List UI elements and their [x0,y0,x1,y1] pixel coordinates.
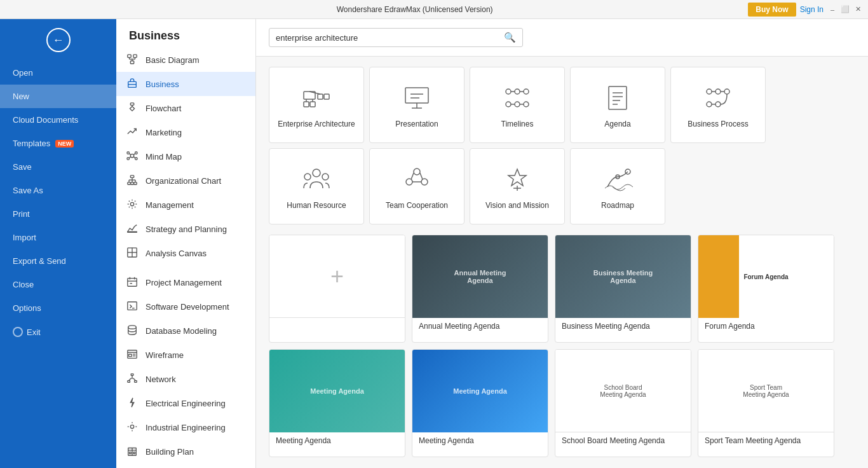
card-label [269,318,405,326]
svg-line-20 [134,157,135,158]
nav-close[interactable]: Close [0,273,116,296]
maximize-button[interactable]: ⬜ [840,4,850,15]
card-meeting-globe[interactable]: Meeting Agenda Meeting Agenda [412,349,548,457]
nav-open[interactable]: Open [0,61,116,85]
nav-label: Mind Map [146,152,182,162]
business-icon [126,78,139,90]
svg-point-42 [128,326,137,329]
app-body: ← Open New Cloud Documents Templates NEW… [0,19,868,468]
card-annual-meeting[interactable]: Annual MeetingAgenda Annual Meeting Agen… [412,235,548,343]
card-label: Business Meeting Agenda [555,318,691,334]
tile-label: Vision and Mission [480,201,554,210]
tile-icon [300,81,333,114]
nav-building[interactable]: Building Plan [116,439,255,464]
mind-map-icon [126,150,139,163]
close-button[interactable]: ✕ [853,4,863,15]
sign-in-button[interactable]: Sign In [800,5,824,14]
nav-export[interactable]: Export & Send [0,249,116,273]
database-icon [126,324,139,337]
nav-print[interactable]: Print [0,202,116,226]
nav-database[interactable]: Database Modeling [116,319,255,343]
card-label: Meeting Agenda [269,432,405,449]
card-forum-agenda[interactable]: Forum Agenda Forum Agenda [698,235,834,343]
nav-import[interactable]: Import [0,226,116,249]
template-grid-area: Enterprise Architecture Presentation [256,57,868,468]
nav-new[interactable]: New [0,85,116,108]
nav-exit[interactable]: Exit [0,320,116,344]
nav-software-dev[interactable]: Software Development [116,294,255,319]
nav-label: Wireframe [146,350,184,360]
nav-label: Analysis Canvas [146,249,207,258]
nav-industrial[interactable]: Industrial Engineering [116,415,255,439]
nav-label: Industrial Engineering [146,423,226,432]
svg-rect-50 [135,381,137,383]
nav-label: Organizational Chart [146,176,221,186]
svg-point-93 [715,102,721,107]
tile-human-resource[interactable]: Human Resource [269,148,364,224]
tile-timelines[interactable]: Timelines [470,67,565,143]
svg-point-12 [130,154,133,157]
nav-org-chart[interactable]: Organizational Chart [116,169,255,193]
nav-cloud[interactable]: Cloud Documents [0,108,116,132]
svg-rect-48 [131,374,133,376]
card-sport-team[interactable]: Sport TeamMeeting Agenda Sport Team Meet… [698,349,834,457]
card-label: School Board Meeting Agenda [555,432,691,449]
svg-point-79 [524,102,529,107]
tile-icon [400,81,433,114]
svg-rect-23 [131,182,134,185]
nav-project-mgmt[interactable]: Project Management [116,270,255,294]
nav-strategy[interactable]: Strategy and Planning [116,217,255,241]
search-input[interactable] [276,33,504,43]
svg-marker-106 [508,169,526,186]
nav-analysis[interactable]: Analysis Canvas [116,241,255,265]
card-new-blank[interactable]: + [269,235,405,343]
svg-rect-31 [128,231,137,232]
nav-templates[interactable]: Templates NEW [0,132,116,155]
buy-now-button[interactable]: Buy Now [748,3,796,17]
industrial-icon [126,421,139,434]
card-label: Forum Agenda [698,318,834,334]
card-school-board[interactable]: School BoardMeeting Agenda School Board … [555,349,691,457]
strategy-icon [126,223,139,235]
nav-management[interactable]: Management [116,193,255,217]
titlebar: Wondershare EdrawMax (Unlicensed Version… [0,0,868,19]
nav-options[interactable]: Options [0,296,116,320]
tile-team-cooperation[interactable]: Team Cooperation [369,148,465,224]
card-business-meeting[interactable]: Business MeetingAgenda Business Meeting … [555,235,691,343]
card-thumbnail: Meeting Agenda [412,350,548,432]
nav-network[interactable]: Network [116,367,255,391]
back-button[interactable]: ← [46,28,71,52]
nav-save[interactable]: Save [0,155,116,179]
nav-marketing[interactable]: Marketing [116,120,255,144]
nav-business[interactable]: Business [116,72,255,96]
nav-label: Basic Diagram [146,55,200,65]
nav-mind-map[interactable]: Mind Map [116,144,255,169]
nav-save-as[interactable]: Save As [0,179,116,202]
card-thumbnail: Annual MeetingAgenda [412,235,548,318]
svg-rect-49 [128,381,130,383]
tile-roadmap[interactable]: Roadmap [570,148,665,224]
middle-nav: Business Basic Diagram Business [116,19,256,468]
nav-flowchart[interactable]: Flowchart [116,96,255,120]
tile-icon [702,81,735,114]
building-icon [126,445,139,458]
tile-vision-mission[interactable]: Vision and Mission [470,148,565,224]
nav-basic-diagram[interactable]: Basic Diagram [116,48,255,72]
middle-nav-header: Business [116,19,255,48]
nav-electrical[interactable]: Electrical Engineering [116,391,255,415]
card-meeting-teal[interactable]: Meeting Agenda Meeting Agenda [269,349,405,457]
org-chart-icon [126,174,139,187]
svg-line-103 [411,173,414,179]
tile-icon [501,163,534,196]
nav-label: Marketing [146,128,182,137]
nav-wireframe[interactable]: Wireframe [116,343,255,367]
svg-marker-10 [130,106,134,111]
minimize-button[interactable]: – [827,4,837,15]
tile-business-process[interactable]: Business Process [670,67,766,143]
tile-enterprise-arch[interactable]: Enterprise Architecture [269,67,364,143]
search-icon[interactable]: 🔍 [504,32,516,43]
tile-presentation[interactable]: Presentation [369,67,465,143]
tile-agenda[interactable]: Agenda [570,67,665,143]
tile-label: Enterprise Architecture [273,120,360,128]
svg-rect-62 [304,102,309,107]
